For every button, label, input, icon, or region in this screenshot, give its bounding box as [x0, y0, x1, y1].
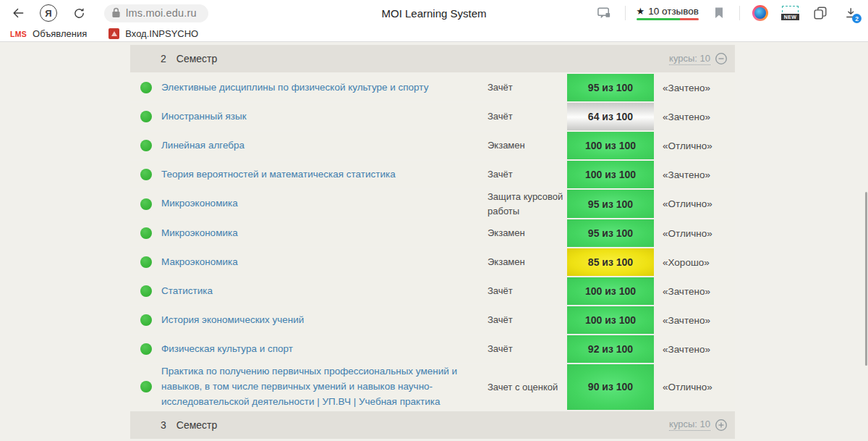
course-name-cell: Линейная алгебра	[161, 132, 488, 159]
course-name-cell: Физическая культура и спорт	[161, 335, 488, 363]
grade-text: «Зачтено»	[654, 277, 735, 305]
toolbar-separator	[625, 6, 626, 20]
status-cell	[130, 103, 161, 130]
score-badge: 100 из 100	[567, 161, 654, 188]
browser-extension-button[interactable]	[751, 4, 770, 22]
plus-circle-icon[interactable]	[715, 419, 728, 432]
course-name-cell: Практика по получению первичных професси…	[161, 364, 488, 410]
courses-count-link[interactable]: курсы: 10	[669, 419, 710, 431]
refresh-button[interactable]	[69, 4, 88, 22]
status-cell	[130, 335, 161, 363]
course-link[interactable]: Линейная алгебра	[161, 138, 244, 154]
status-cell	[130, 364, 161, 410]
status-dot-icon	[140, 314, 152, 326]
status-dot-icon	[140, 140, 152, 151]
browser-toolbar: Я lms.moi.edu.ru MOI Learning System ★ 1…	[0, 0, 868, 26]
refresh-icon	[72, 7, 86, 20]
course-row: Статистика Зачёт 100 из 100 «Зачтено»	[130, 277, 735, 305]
status-cell	[130, 248, 161, 276]
downloads-count-badge: 2	[852, 14, 861, 23]
bookmark-label: Объявления	[33, 28, 87, 39]
exam-type-cell: Экзамен	[488, 219, 567, 247]
course-name-cell: Иностранный язык	[161, 103, 488, 130]
status-dot-icon	[140, 82, 152, 93]
bookmark-item-announcements[interactable]: LMS Объявления	[10, 28, 87, 39]
course-name-cell: Микроэкономика	[161, 190, 488, 218]
exam-type-cell: Зачёт	[488, 335, 567, 363]
exam-type-cell: Зачёт	[488, 74, 567, 101]
exam-type-cell: Экзамен	[488, 132, 567, 159]
bookmark-flag-icon	[713, 7, 725, 20]
status-cell	[130, 277, 161, 305]
status-cell	[130, 190, 161, 218]
course-link[interactable]: История экономических учений	[161, 313, 304, 328]
course-link[interactable]: Физическая культура и спорт	[161, 342, 293, 357]
courses-count-link[interactable]: курсы: 10	[669, 53, 710, 65]
bookmark-item-inpsycho[interactable]: Вход.INPSYCHO	[109, 28, 198, 39]
rating-bar-positive	[637, 18, 681, 20]
course-link[interactable]: Практика по получению первичных професси…	[161, 364, 477, 410]
browser-circle-icon	[752, 5, 768, 21]
bookmark-button[interactable]	[710, 4, 728, 22]
score-badge: 100 из 100	[567, 132, 654, 159]
exam-type-cell: Зачёт	[488, 306, 567, 334]
screenshot-tool-button[interactable]: NEW	[780, 6, 800, 21]
collapse-semester-control[interactable]: курсы: 10	[669, 52, 728, 65]
panels-icon	[812, 5, 828, 21]
new-badge: NEW	[780, 13, 800, 21]
grade-text: «Зачтено»	[654, 74, 735, 101]
course-link[interactable]: Статистика	[161, 284, 213, 299]
lms-page-content: 2 Семестр курсы: 10 Элективные дисциплин…	[0, 45, 868, 441]
downloads-button[interactable]: 2	[841, 4, 859, 22]
rating-bar-negative	[680, 18, 699, 20]
minus-circle-icon[interactable]	[715, 52, 728, 65]
score-badge: 100 из 100	[567, 277, 654, 305]
course-name-cell: Макроэкономика	[161, 248, 488, 276]
course-name-cell: Микроэкономика	[161, 219, 488, 247]
semester-2-header: 2 Семестр курсы: 10	[130, 45, 735, 72]
toolbar-separator	[739, 6, 740, 20]
course-link[interactable]: Микроэкономика	[161, 196, 238, 211]
course-rows: Элективные дисциплины по физической куль…	[130, 74, 735, 410]
course-link[interactable]: Теория вероятностей и математическая ста…	[161, 167, 396, 182]
grade-text: «Зачтено»	[654, 103, 735, 130]
score-badge: 95 из 100	[567, 74, 654, 101]
status-dot-icon	[140, 227, 152, 239]
status-dot-icon	[140, 256, 152, 268]
lock-icon	[111, 7, 121, 18]
course-link[interactable]: Элективные дисциплины по физической куль…	[161, 80, 428, 96]
grade-text: «Отлично»	[654, 219, 735, 247]
course-link[interactable]: Иностранный язык	[161, 109, 247, 125]
url-text: lms.moi.edu.ru	[126, 7, 197, 19]
status-cell	[130, 161, 161, 188]
score-badge: 95 из 100	[567, 190, 654, 218]
course-name-cell: Теория вероятностей и математическая ста…	[161, 161, 488, 188]
course-row: Практика по получению первичных професси…	[130, 364, 735, 410]
grade-text: «Зачтено»	[654, 306, 735, 334]
address-bar[interactable]: lms.moi.edu.ru	[104, 4, 208, 22]
yandex-logo-button[interactable]: Я	[39, 4, 58, 22]
semester-title: Семестр	[176, 53, 218, 64]
yandex-logo-icon: Я	[40, 4, 57, 22]
reviews-count-label: 10 отзывов	[648, 6, 699, 17]
course-link[interactable]: Микроэкономика	[161, 226, 238, 241]
semester-grades-table: 2 Семестр курсы: 10 Элективные дисциплин…	[130, 45, 735, 439]
side-panel-button[interactable]	[811, 4, 830, 22]
status-cell	[130, 132, 161, 159]
expand-semester-control[interactable]: курсы: 10	[669, 419, 728, 432]
course-name-cell: Элективные дисциплины по физической куль…	[161, 74, 488, 101]
back-button[interactable]	[9, 4, 27, 22]
scrollbar-thumb[interactable]	[865, 192, 867, 366]
course-name-cell: История экономических учений	[161, 306, 488, 334]
course-row: Элективные дисциплины по физической куль…	[130, 74, 735, 101]
site-reviews-button[interactable]: ★ 10 отзывов	[637, 6, 699, 20]
feedback-button[interactable]	[595, 4, 614, 22]
grade-text: «Отлично»	[654, 132, 735, 159]
score-badge: 85 из 100	[567, 248, 654, 276]
grade-text: «Отлично»	[654, 190, 735, 218]
status-cell	[130, 74, 161, 101]
grade-text: «Зачтено»	[654, 161, 735, 188]
feedback-icon	[597, 6, 612, 20]
status-dot-icon	[140, 169, 152, 180]
course-link[interactable]: Макроэкономика	[161, 255, 238, 270]
